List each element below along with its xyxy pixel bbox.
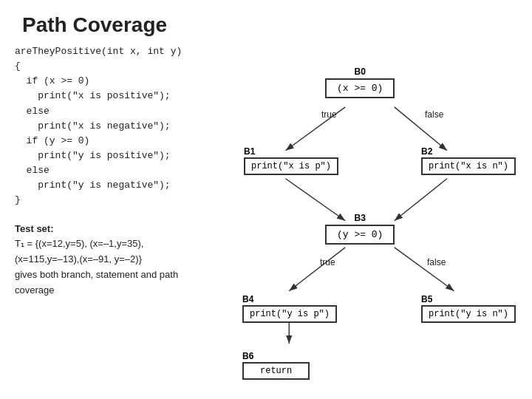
- b3-label: B3: [325, 213, 395, 223]
- true-label-bottom: true: [320, 257, 335, 267]
- node-b3: B3 (y >= 0): [325, 213, 395, 245]
- b1-label: B1: [244, 146, 338, 157]
- b4-label: B4: [242, 294, 337, 304]
- test-set-title: Test set:: [15, 222, 222, 237]
- b3-box: (y >= 0): [325, 225, 395, 245]
- test-set-line3: gives both branch, statement and path: [15, 267, 222, 283]
- b2-box: print("x is n"): [421, 157, 516, 175]
- node-b0: B0 (x >= 0): [325, 66, 395, 98]
- node-b1: B1 print("x is p"): [244, 146, 338, 175]
- svg-line-5: [289, 248, 345, 291]
- b0-label: B0: [325, 66, 395, 77]
- false-label-top: false: [425, 109, 443, 120]
- page-title: Path Coverage: [0, 0, 532, 44]
- code-block: areTheyPositive(int x, int y) { if (x >=…: [15, 44, 222, 208]
- test-set: Test set: T₁ = {(x=12,y=5), (x=–1,y=35),…: [15, 222, 222, 299]
- node-b4: B4 print("y is p"): [242, 294, 337, 323]
- code-section: areTheyPositive(int x, int y) { if (x >=…: [15, 44, 222, 362]
- node-b5: B5 print("y is n"): [421, 294, 516, 323]
- b1-box: print("x is p"): [244, 157, 338, 175]
- b5-label: B5: [421, 294, 516, 304]
- b6-label: B6: [242, 351, 310, 361]
- test-set-line1: T₁ = {(x=12,y=5), (x=–1,y=35),: [15, 236, 222, 252]
- true-label-top: true: [321, 109, 337, 120]
- b4-box: print("y is p"): [242, 305, 337, 323]
- b6-box: return: [242, 362, 310, 380]
- diagram-section: B0 (x >= 0) true false B1 print("x is p"…: [236, 44, 517, 362]
- b5-box: print("y is n"): [421, 305, 516, 323]
- false-label-bottom: false: [427, 257, 446, 267]
- test-set-line4: coverage: [15, 283, 222, 299]
- test-set-line2: (x=115,y=–13),(x=–91, y=–2)}: [15, 252, 222, 267]
- svg-line-4: [395, 179, 447, 221]
- b0-box: (x >= 0): [325, 78, 395, 98]
- node-b6: B6 return: [242, 351, 310, 380]
- node-b2: B2 print("x is n"): [421, 146, 516, 175]
- b2-label: B2: [421, 146, 516, 157]
- svg-line-6: [395, 248, 454, 291]
